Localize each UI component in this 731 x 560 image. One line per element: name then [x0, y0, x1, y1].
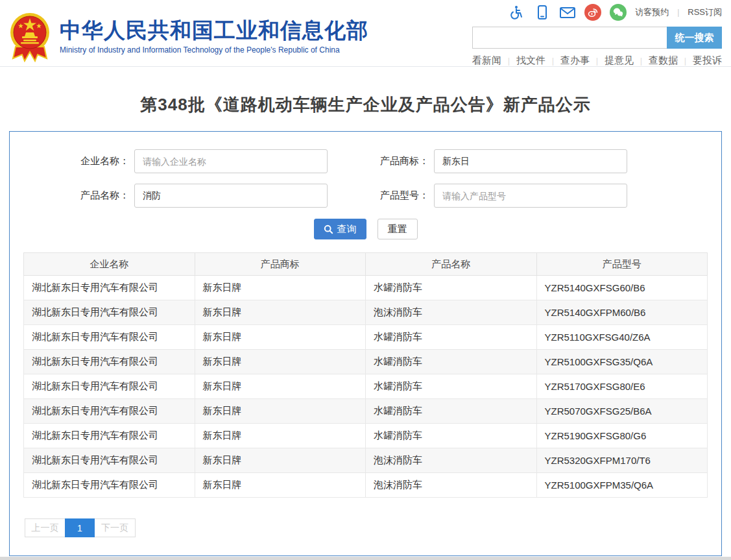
results-table-head: 企业名称 产品商标 产品名称 产品型号 [24, 253, 708, 276]
results-table-body: 湖北新东日专用汽车有限公司新东日牌水罐消防车YZR5140GXFSG60/B6湖… [24, 276, 708, 498]
field-product-name: 产品名称： [42, 184, 328, 208]
table-cell: YZR5140GXFSG60/B6 [536, 276, 708, 300]
table-row: 湖北新东日专用汽车有限公司新东日牌水罐消防车YZR5190GXFSG80/G6 [24, 424, 708, 448]
field-product-model: 产品型号： [341, 184, 627, 208]
site-header: 中华人民共和国工业和信息化部 Ministry of Industry and … [0, 0, 731, 67]
table-cell: YZR5110GXFSG40/Z6A [536, 325, 708, 350]
table-cell: 水罐消防车 [366, 350, 537, 374]
table-cell: 泡沫消防车 [366, 473, 537, 498]
table-cell: 水罐消防车 [366, 424, 537, 448]
unified-search-button[interactable]: 统一搜索 [667, 27, 722, 49]
table-cell: 新东日牌 [195, 448, 366, 473]
table-cell: YZR5070GXFSG25/B6A [536, 399, 708, 424]
table-cell: 水罐消防车 [366, 276, 537, 300]
table-cell: 湖北新东日专用汽车有限公司 [24, 325, 195, 350]
table-cell: 新东日牌 [195, 300, 366, 325]
table-row: 湖北新东日专用汽车有限公司新东日牌水罐消防车YZR5140GXFSG60/B6 [24, 276, 708, 300]
national-emblem-icon [9, 10, 51, 62]
table-cell: 湖北新东日专用汽车有限公司 [24, 473, 195, 498]
nav-link[interactable]: 看新闻 [472, 55, 501, 67]
table-cell: 湖北新东日专用汽车有限公司 [24, 276, 195, 300]
ministry-name: 中华人民共和国工业和信息化部 [60, 18, 368, 43]
nav-link[interactable]: 要投诉 [693, 55, 722, 67]
page-title: 第348批《道路机动车辆生产企业及产品公告》新产品公示 [0, 93, 731, 116]
table-row: 湖北新东日专用汽车有限公司新东日牌泡沫消防车YZR5100GXFPM35/Q6A [24, 473, 708, 498]
site-logo[interactable]: 中华人民共和国工业和信息化部 Ministry of Industry and … [9, 10, 368, 62]
form-row-2: 产品名称： 产品型号： [10, 184, 721, 208]
ministry-name-en: Ministry of Industry and Information Tec… [60, 45, 368, 55]
form-row-1: 企业名称： 产品商标： [10, 149, 721, 173]
table-cell: 湖北新东日专用汽车有限公司 [24, 424, 195, 448]
table-row: 湖北新东日专用汽车有限公司新东日牌泡沫消防车YZR5140GXFPM60/B6 [24, 300, 708, 325]
nav-separator: | [596, 56, 598, 66]
results-table: 企业名称 产品商标 产品名称 产品型号 湖北新东日专用汽车有限公司新东日牌水罐消… [23, 252, 708, 498]
field-company-name: 企业名称： [42, 149, 328, 173]
table-cell: 新东日牌 [195, 350, 366, 374]
table-cell: 水罐消防车 [366, 399, 537, 424]
table-cell: YZR5100GXFSG35/Q6A [536, 350, 708, 374]
unified-search-input[interactable] [472, 27, 667, 49]
table-cell: YZR5190GXFSG80/G6 [536, 424, 708, 448]
table-cell: 水罐消防车 [366, 374, 537, 399]
table-row: 湖北新东日专用汽车有限公司新东日牌水罐消防车YZR5100GXFSG35/Q6A [24, 350, 708, 374]
pagination-next-button[interactable]: 下一页 [95, 518, 136, 537]
table-cell: 湖北新东日专用汽车有限公司 [24, 300, 195, 325]
brand-text: 中华人民共和国工业和信息化部 Ministry of Industry and … [60, 18, 368, 55]
nav-separator: | [640, 56, 642, 66]
rss-subscribe-link[interactable]: RSS订阅 [688, 6, 722, 18]
table-cell: 新东日牌 [195, 424, 366, 448]
field-product-brand: 产品商标： [341, 149, 627, 173]
header-right: 访客预约 | RSS订阅 统一搜索 看新闻|找文件|查办事|提意见|查数据|要投… [472, 3, 722, 67]
pagination-prev-button[interactable]: 上一页 [25, 518, 65, 537]
table-cell: 水罐消防车 [366, 325, 537, 350]
reset-button[interactable]: 重置 [377, 219, 418, 239]
pagination-current-page[interactable]: 1 [65, 518, 95, 537]
query-button[interactable]: 查询 [314, 219, 366, 239]
nav-separator: | [508, 56, 510, 66]
top-icon-bar: 访客预约 | RSS订阅 [472, 3, 722, 22]
col-header-brand: 产品商标 [195, 253, 366, 276]
table-cell: YZR5320GXFPM170/T6 [536, 448, 708, 473]
table-row: 湖北新东日专用汽车有限公司新东日牌泡沫消防车YZR5320GXFPM170/T6 [24, 448, 708, 473]
table-cell: 新东日牌 [195, 325, 366, 350]
table-cell: 新东日牌 [195, 276, 366, 300]
table-cell: 湖北新东日专用汽车有限公司 [24, 399, 195, 424]
product-model-label: 产品型号： [341, 189, 434, 202]
col-header-product: 产品名称 [366, 253, 537, 276]
nav-link[interactable]: 提意见 [605, 55, 634, 67]
table-row: 湖北新东日专用汽车有限公司新东日牌水罐消防车YZR5070GXFSG25/B6A [24, 399, 708, 424]
company-name-input[interactable] [134, 149, 328, 173]
query-panel: 企业名称： 产品商标： 产品名称： 产品型号： 查询 重置 [9, 131, 722, 556]
query-button-label: 查询 [337, 223, 357, 236]
col-header-model: 产品型号 [536, 253, 708, 276]
table-cell: 湖北新东日专用汽车有限公司 [24, 374, 195, 399]
table-row: 湖北新东日专用汽车有限公司新东日牌水罐消防车YZR5110GXFSG40/Z6A [24, 325, 708, 350]
table-cell: 新东日牌 [195, 374, 366, 399]
table-row: 湖北新东日专用汽车有限公司新东日牌水罐消防车YZR5170GXFSG80/E6 [24, 374, 708, 399]
wechat-icon[interactable] [610, 4, 627, 21]
form-buttons: 查询 重置 [10, 219, 721, 239]
nav-link[interactable]: 找文件 [516, 55, 545, 67]
table-cell: 泡沫消防车 [366, 300, 537, 325]
product-model-input[interactable] [434, 184, 627, 208]
col-header-company: 企业名称 [24, 253, 195, 276]
search-icon [324, 225, 333, 234]
weibo-icon[interactable] [584, 4, 601, 21]
table-cell: YZR5170GXFSG80/E6 [536, 374, 708, 399]
table-cell: 泡沫消防车 [366, 448, 537, 473]
product-name-input[interactable] [134, 184, 328, 208]
table-cell: 湖北新东日专用汽车有限公司 [24, 448, 195, 473]
product-name-label: 产品名称： [42, 189, 134, 202]
accessibility-icon[interactable] [509, 4, 525, 21]
table-cell: 新东日牌 [195, 399, 366, 424]
top-link-separator: | [677, 8, 679, 17]
mobile-icon[interactable] [534, 4, 551, 21]
product-brand-input[interactable] [434, 149, 627, 173]
table-cell: 湖北新东日专用汽车有限公司 [24, 350, 195, 374]
mail-icon[interactable] [559, 4, 576, 21]
nav-link[interactable]: 查办事 [560, 55, 590, 67]
visitor-appointment-link[interactable]: 访客预约 [635, 6, 669, 18]
nav-link[interactable]: 查数据 [649, 55, 678, 67]
page-bottom-strip [0, 557, 731, 560]
table-cell: YZR5100GXFPM35/Q6A [536, 473, 708, 498]
